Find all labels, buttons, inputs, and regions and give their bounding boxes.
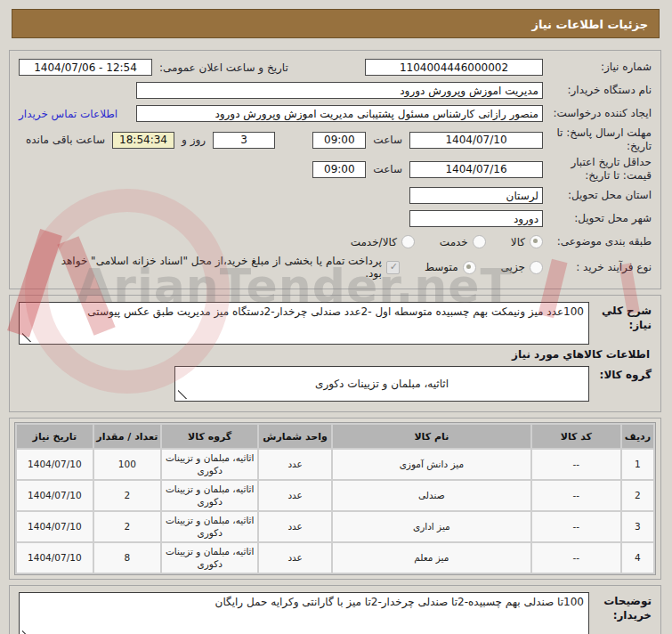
buyer-name-label: نام دستگاه خریدار:: [543, 84, 652, 97]
cell-quantity: 8: [94, 543, 160, 573]
goods-group-label: گروه کالا:: [589, 366, 652, 383]
cell-group: اثاثیه، مبلمان و تزیینات دکوری: [162, 543, 257, 573]
price-validity-time-label: ساعت: [373, 163, 402, 175]
cell-need-date: 1404/07/10: [17, 512, 93, 541]
buyer-notes-row: توضیحات خریدار: 100تا صندلی بهم چسبیده-2…: [19, 592, 652, 634]
table-row: 3 -- میز اداری عدد اثاثیه، مبلمان و تزیی…: [17, 512, 653, 541]
announce-group: تاریخ و ساعت اعلان عمومی:: [19, 59, 296, 76]
items-table-panel: ردیف کد کالا نام کالا واحد شمارش گروه کا…: [9, 418, 661, 580]
response-deadline-time-input[interactable]: [312, 132, 366, 149]
need-number-label: شماره نیاز:: [543, 61, 652, 74]
radio-icon: [473, 235, 486, 248]
cell-group: اثاثیه، مبلمان و تزیینات دکوری: [162, 481, 257, 510]
cell-item-code: --: [532, 450, 620, 479]
price-validity-date-input[interactable]: [409, 161, 543, 178]
cell-item-name: صندلی: [333, 481, 530, 510]
subject-class-label: طبقه بندی موضوعی:: [543, 235, 652, 248]
col-group: گروه کالا: [162, 425, 257, 448]
cell-item-code: --: [532, 512, 620, 541]
province-input[interactable]: [409, 187, 543, 204]
goods-info-panel: شرح کلي نیاز: 100عدد میز ونیمکت بهم چسبی…: [9, 295, 661, 412]
price-validity-label: حداقل تاریخ اعتبار قیمت: تا تاریخ:: [543, 156, 652, 183]
radio-option-medium[interactable]: متوسط: [425, 261, 476, 274]
need-details-page: جزئیات اطلاعات نیاز شماره نیاز: تاریخ و …: [0, 9, 672, 634]
city-label: شهر محل تحویل:: [543, 212, 652, 225]
city-row: شهر محل تحویل:: [19, 208, 652, 229]
request-creator-input[interactable]: [136, 105, 543, 122]
process-type-row: نوع فرآیند خرید : جزیی متوسط پرداخت تمام…: [19, 255, 652, 280]
radio-option-goods[interactable]: کالا: [511, 235, 543, 248]
goods-group-field[interactable]: اثاثیه، مبلمان و تزیینات دکوری: [174, 366, 589, 402]
announce-label: تاریخ و ساعت اعلان عمومی:: [159, 61, 288, 74]
cell-item-code: --: [532, 543, 620, 573]
buyer-name-row: نام دستگاه خریدار:: [19, 80, 652, 101]
cell-row-number: 3: [622, 512, 653, 541]
radio-option-label: خدمت: [440, 236, 468, 248]
buyer-name-input[interactable]: [136, 82, 543, 99]
response-deadline-date-input[interactable]: [409, 132, 543, 149]
goods-group-row: گروه کالا: اثاثیه، مبلمان و تزیینات دکور…: [19, 366, 652, 402]
remaining-hours-input[interactable]: [112, 132, 174, 149]
cell-group: اثاثیه، مبلمان و تزیینات دکوری: [162, 512, 257, 541]
cell-need-date: 1404/07/10: [17, 543, 93, 573]
radio-option-partial[interactable]: جزیی: [501, 261, 543, 274]
col-row-number: ردیف: [622, 425, 653, 448]
cell-row-number: 4: [622, 543, 653, 573]
price-validity-time-input[interactable]: [312, 161, 366, 178]
col-item-code: کد کالا: [532, 425, 620, 448]
cell-unit: عدد: [259, 450, 331, 479]
announce-datetime-input[interactable]: [19, 59, 152, 76]
col-item-name: نام کالا: [333, 425, 530, 448]
buyer-notes-panel: توضیحات خریدار: 100تا صندلی بهم چسبیده-2…: [9, 585, 661, 634]
cell-need-date: 1404/07/10: [17, 450, 93, 479]
cell-need-date: 1404/07/10: [17, 481, 93, 510]
remaining-time-group: روز و ساعت باقی مانده: [19, 132, 275, 149]
radio-option-label: کالا/خدمت: [351, 236, 397, 248]
radio-icon: [401, 235, 415, 248]
province-label: استان محل تحویل:: [543, 189, 652, 202]
table-row: 1 -- میز دانش آموزی عدد اثاثیه، مبلمان و…: [17, 450, 653, 479]
remaining-days-label: روز و: [182, 134, 206, 146]
treasury-checkbox-label: پرداخت تمام یا بخشی از مبلغ خرید،از محل …: [44, 255, 382, 280]
items-table: ردیف کد کالا نام کالا واحد شمارش گروه کا…: [14, 422, 656, 575]
cell-item-name: میز اداری: [333, 512, 530, 541]
radio-selected-icon: [463, 261, 476, 274]
cell-quantity: 100: [94, 450, 160, 479]
cell-row-number: 2: [622, 481, 653, 510]
need-number-input[interactable]: [365, 59, 543, 76]
city-input[interactable]: [409, 210, 543, 227]
radio-option-goods-service[interactable]: کالا/خدمت: [351, 235, 415, 248]
need-description-textarea[interactable]: 100عدد میز ونیمکت بهم چسبیده متوسطه اول …: [19, 302, 589, 345]
request-creator-label: ایجاد کننده درخواست:: [543, 107, 652, 120]
page-title: جزئیات اطلاعات نیاز: [12, 9, 660, 38]
buyer-contact-link[interactable]: اطلاعات تماس خریدار: [19, 108, 117, 120]
checkbox-checked-icon: [386, 261, 400, 274]
price-validity-row: حداقل تاریخ اعتبار قیمت: تا تاریخ: ساعت: [19, 156, 652, 183]
process-type-label: نوع فرآیند خرید :: [543, 261, 652, 274]
need-description-label: شرح کلي نیاز:: [589, 302, 652, 332]
cell-row-number: 1: [622, 450, 653, 479]
cell-item-name: میز دانش آموزی: [333, 450, 530, 479]
remaining-days-input[interactable]: [213, 132, 275, 149]
response-deadline-time-label: ساعت: [373, 134, 402, 146]
radio-option-service[interactable]: خدمت: [440, 235, 486, 248]
need-info-form: شماره نیاز: تاریخ و ساعت اعلان عمومی: نا…: [9, 50, 661, 289]
treasury-checkbox[interactable]: پرداخت تمام یا بخشی از مبلغ خرید،از محل …: [44, 255, 400, 280]
buyer-notes-textarea[interactable]: 100تا صندلی بهم چسبیده-2تا صندلی چرخدار-…: [19, 592, 589, 634]
province-row: استان محل تحویل:: [19, 185, 652, 206]
cell-unit: عدد: [259, 481, 331, 510]
col-quantity: تعداد / مقدار: [94, 425, 160, 448]
cell-quantity: 2: [94, 481, 160, 510]
radio-option-label: جزیی: [501, 261, 525, 273]
cell-quantity: 2: [94, 512, 160, 541]
radio-selected-icon: [530, 235, 543, 248]
request-creator-row: ایجاد کننده درخواست: اطلاعات تماس خریدار: [19, 103, 652, 124]
cell-item-name: میز معلم: [333, 543, 530, 573]
table-row: 4 -- میز معلم عدد اثاثیه، مبلمان و تزیین…: [17, 543, 653, 573]
goods-section-title: اطلاعات کالاهاي مورد نیاز: [19, 348, 650, 361]
remaining-suffix-label: ساعت باقی مانده: [26, 134, 105, 146]
response-deadline-label: مهلت ارسال پاسخ: تا تاریخ:: [543, 126, 652, 153]
buyer-notes-label: توضیحات خریدار:: [589, 592, 652, 622]
radio-icon: [530, 261, 543, 274]
cell-unit: عدد: [259, 543, 331, 573]
